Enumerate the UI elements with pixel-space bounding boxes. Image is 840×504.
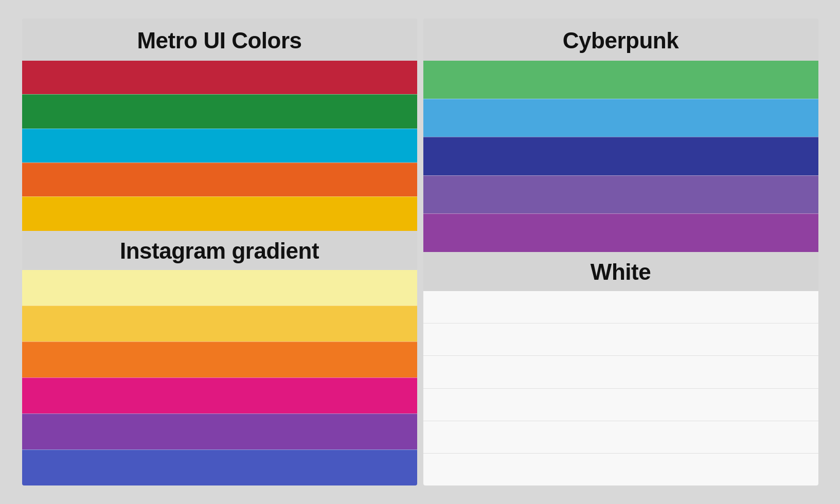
insta-orange-strip	[22, 341, 417, 377]
cyber-blue-strip	[423, 99, 818, 137]
right-panel: Cyberpunk White	[423, 19, 818, 485]
white-section: White	[423, 252, 818, 485]
instagram-color-strips	[22, 270, 417, 485]
cyber-light-purple-strip	[423, 175, 818, 214]
instagram-title: Instagram gradient	[22, 231, 417, 270]
instagram-section: Instagram gradient	[22, 231, 417, 485]
cyber-purple-strip	[423, 213, 818, 252]
metro-color-strips	[22, 61, 417, 231]
white-strip-1	[423, 291, 818, 323]
cyber-green-strip	[423, 61, 818, 99]
metro-red-strip	[22, 61, 417, 94]
insta-blue-strip	[22, 449, 417, 485]
white-strip-6	[423, 453, 818, 485]
metro-section: Metro UI Colors	[22, 19, 417, 231]
white-strip-4	[423, 388, 818, 421]
insta-light-yellow-strip	[22, 270, 417, 305]
white-strip-5	[423, 421, 818, 453]
white-strip-3	[423, 355, 818, 388]
main-container: Metro UI Colors Instagram gradient	[14, 10, 827, 494]
metro-orange-strip	[22, 163, 417, 196]
metro-title: Metro UI Colors	[22, 19, 417, 61]
white-color-strips	[423, 291, 818, 485]
insta-pink-strip	[22, 377, 417, 413]
insta-purple-strip	[22, 413, 417, 449]
left-panel: Metro UI Colors Instagram gradient	[22, 19, 417, 485]
insta-yellow-strip	[22, 305, 417, 341]
metro-cyan-strip	[22, 129, 417, 163]
cyberpunk-section: Cyberpunk	[423, 19, 818, 252]
metro-yellow-strip	[22, 196, 417, 230]
cyber-dark-blue-strip	[423, 137, 818, 175]
cyberpunk-title: Cyberpunk	[423, 19, 818, 61]
metro-green-strip	[22, 94, 417, 128]
white-strip-2	[423, 323, 818, 355]
white-title: White	[423, 252, 818, 291]
cyberpunk-color-strips	[423, 61, 818, 252]
